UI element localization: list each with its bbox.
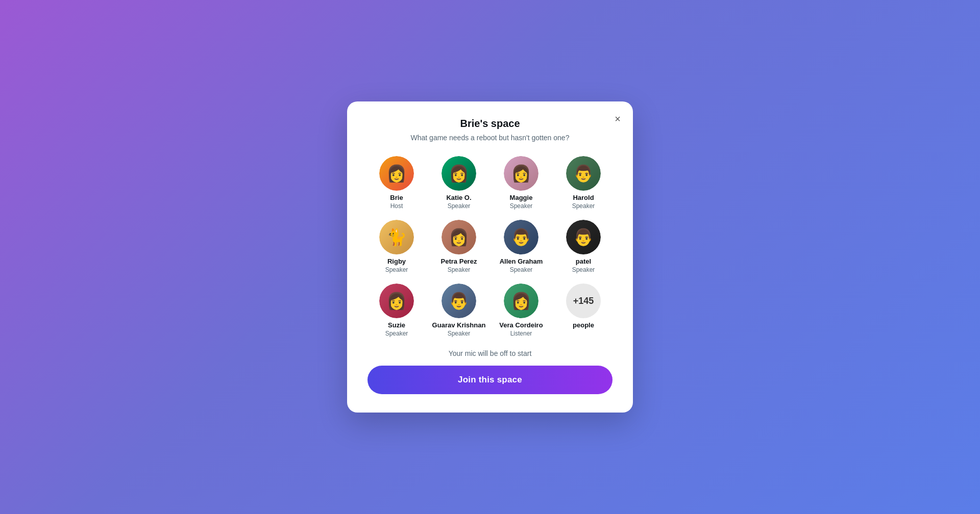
role-suzie: Speaker [385, 330, 408, 337]
join-button[interactable]: Join this space [368, 366, 612, 394]
name-guarav: Guarav Krishnan [432, 321, 486, 329]
role-vera: Listener [510, 330, 532, 337]
participant-brie: 👩 Brie Host [368, 156, 426, 210]
modal-title: Brie's space [368, 118, 612, 130]
avatar-harold: 👨 [566, 156, 601, 191]
avatar-brie: 👩 [379, 156, 414, 191]
participant-maggie: 👩 Maggie Speaker [492, 156, 550, 210]
role-harold: Speaker [572, 202, 595, 210]
modal-subtitle: What game needs a reboot but hasn't gott… [368, 134, 612, 142]
participants-grid: 👩 Brie Host 👩 Katie O. Speaker 👩 Maggie [368, 156, 612, 337]
avatar-guarav: 👨 [442, 284, 476, 318]
close-button[interactable]: × [612, 112, 623, 126]
name-petra: Petra Perez [441, 258, 477, 265]
role-allen: Speaker [510, 266, 533, 273]
participant-vera: 👩 Vera Cordeiro Listener [492, 284, 550, 337]
name-rigby: Rigby [387, 258, 406, 265]
participant-suzie: 👩 Suzie Speaker [368, 284, 426, 337]
participant-harold: 👨 Harold Speaker [554, 156, 612, 210]
more-label: people [573, 321, 594, 329]
more-count: +145 [573, 296, 594, 305]
avatar-more: +145 [566, 284, 601, 318]
avatar-rigby: 🐈 [379, 220, 414, 254]
name-allen: Allen Graham [500, 258, 543, 265]
avatar-suzie: 👩 [379, 284, 414, 318]
participant-rigby: 🐈 Rigby Speaker [368, 220, 426, 273]
role-petra: Speaker [448, 266, 471, 273]
role-brie: Host [390, 202, 403, 210]
avatar-katie: 👩 [442, 156, 476, 191]
name-katie: Katie O. [446, 194, 471, 201]
name-maggie: Maggie [510, 194, 533, 201]
participant-petra: 👩 Petra Perez Speaker [430, 220, 488, 273]
avatar-petra: 👩 [442, 220, 476, 254]
name-patel: patel [576, 258, 591, 265]
avatar-vera: 👩 [504, 284, 538, 318]
avatar-maggie: 👩 [504, 156, 538, 191]
avatar-allen: 👨 [504, 220, 538, 254]
name-suzie: Suzie [388, 321, 405, 329]
avatar-patel: 👨 [566, 220, 601, 254]
name-vera: Vera Cordeiro [499, 321, 543, 329]
role-rigby: Speaker [385, 266, 408, 273]
participant-allen: 👨 Allen Graham Speaker [492, 220, 550, 273]
participant-more[interactable]: +145 people [554, 284, 612, 337]
name-harold: Harold [573, 194, 594, 201]
participant-guarav: 👨 Guarav Krishnan Speaker [430, 284, 488, 337]
space-modal: × Brie's space What game needs a reboot … [347, 101, 633, 413]
role-maggie: Speaker [510, 202, 533, 210]
role-patel: Speaker [572, 266, 595, 273]
role-katie: Speaker [448, 202, 471, 210]
name-brie: Brie [390, 194, 403, 201]
participant-patel: 👨 patel Speaker [554, 220, 612, 273]
participant-katie: 👩 Katie O. Speaker [430, 156, 488, 210]
mic-notice: Your mic will be off to start [368, 349, 612, 357]
role-guarav: Speaker [448, 330, 471, 337]
